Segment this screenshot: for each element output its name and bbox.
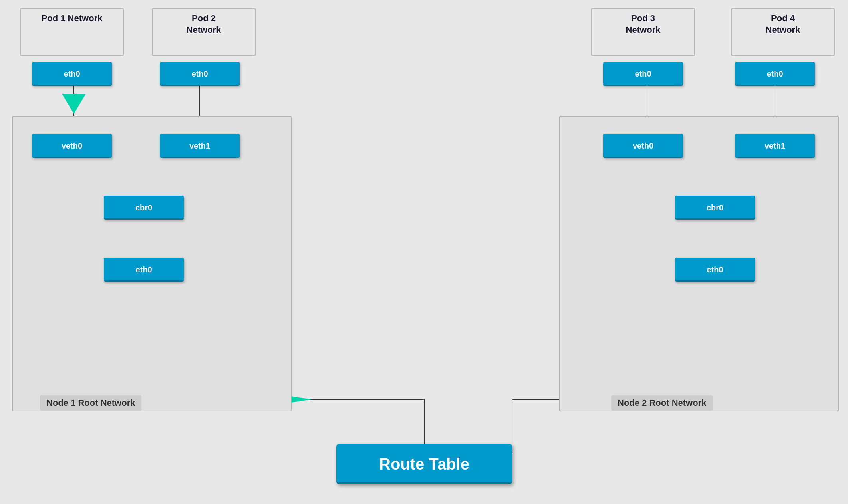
pod1-eth0: eth0 [32, 62, 112, 86]
network-diagram: Pod 1 Network Pod 2Network Pod 3Network … [0, 0, 848, 504]
route-table-box: Route Table [336, 444, 512, 484]
pod4-eth0: eth0 [735, 62, 815, 86]
node1-label: Node 1 Root Network [40, 395, 141, 411]
node2-label: Node 2 Root Network [611, 395, 713, 411]
node2-eth0: eth0 [675, 258, 755, 282]
pod1-network: Pod 1 Network [20, 8, 124, 56]
node2-veth1: veth1 [735, 134, 815, 158]
pod3-network: Pod 3Network [591, 8, 695, 56]
pod1-label: Pod 1 Network [25, 13, 119, 24]
node2-veth0: veth0 [603, 134, 683, 158]
pod4-network: Pod 4Network [731, 8, 835, 56]
pod2-label: Pod 2Network [157, 13, 251, 36]
node1-eth0: eth0 [104, 258, 184, 282]
pod3-eth0: eth0 [603, 62, 683, 86]
svg-marker-16 [62, 94, 86, 114]
pod2-network: Pod 2Network [152, 8, 256, 56]
node1-cbr0: cbr0 [104, 196, 184, 220]
node2-cbr0: cbr0 [675, 196, 755, 220]
pod3-label: Pod 3Network [596, 13, 690, 36]
node1-veth1: veth1 [160, 134, 240, 158]
node1-veth0: veth0 [32, 134, 112, 158]
pod4-label: Pod 4Network [736, 13, 830, 36]
pod2-eth0: eth0 [160, 62, 240, 86]
